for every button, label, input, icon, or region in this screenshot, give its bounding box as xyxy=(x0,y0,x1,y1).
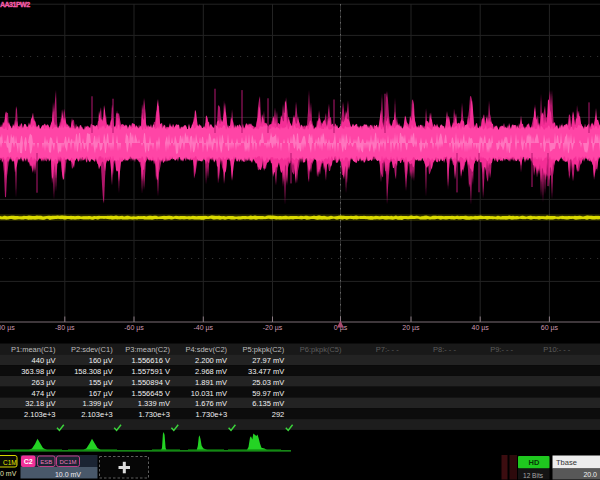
svg-text:Tbase: Tbase xyxy=(556,458,577,467)
svg-text:27.97 mV: 27.97 mV xyxy=(252,356,284,365)
svg-text:-40 µs: -40 µs xyxy=(193,324,213,332)
svg-text:1.399 µV: 1.399 µV xyxy=(83,399,113,408)
svg-text:P4:sdev(C2): P4:sdev(C2) xyxy=(185,345,227,354)
svg-text:1.676 mV: 1.676 mV xyxy=(195,399,227,408)
svg-text:P1:mean(C1): P1:mean(C1) xyxy=(11,345,56,354)
svg-text:DC1M: DC1M xyxy=(59,459,76,465)
svg-text:P8:- - -: P8:- - - xyxy=(433,345,456,354)
svg-text:1.891 mV: 1.891 mV xyxy=(195,378,227,387)
svg-text:1.339 mV: 1.339 mV xyxy=(138,399,170,408)
svg-text:59.97 mV: 59.97 mV xyxy=(252,389,284,398)
svg-text:25.03 mV: 25.03 mV xyxy=(252,378,284,387)
svg-text:474 µV: 474 µV xyxy=(32,389,56,398)
svg-text:P9:- - -: P9:- - - xyxy=(490,345,513,354)
svg-text:2.200 mV: 2.200 mV xyxy=(195,356,227,365)
svg-text:2.103e+3: 2.103e+3 xyxy=(81,410,113,419)
svg-text:1.730e+3: 1.730e+3 xyxy=(138,410,170,419)
svg-text:HD: HD xyxy=(529,458,540,467)
svg-text:32.18 µV: 32.18 µV xyxy=(25,399,55,408)
svg-text:292: 292 xyxy=(272,410,285,419)
svg-text:1.730e+3: 1.730e+3 xyxy=(196,410,228,419)
svg-text:-20 µs: -20 µs xyxy=(263,324,283,332)
svg-text:C2: C2 xyxy=(24,458,33,465)
svg-text:33.477 mV: 33.477 mV xyxy=(248,367,284,376)
svg-text:363.98 µV: 363.98 µV xyxy=(21,367,55,376)
svg-text:P5:pkpk(C2): P5:pkpk(C2) xyxy=(243,345,285,354)
svg-text:155 µV: 155 µV xyxy=(89,378,113,387)
svg-text:158.308 µV: 158.308 µV xyxy=(74,367,113,376)
svg-text:2.968 mV: 2.968 mV xyxy=(195,367,227,376)
svg-text:440 µV: 440 µV xyxy=(32,356,56,365)
svg-text:C1M: C1M xyxy=(3,459,17,466)
svg-text:-80 µs: -80 µs xyxy=(55,324,75,332)
svg-text:-60 µs: -60 µs xyxy=(124,324,144,332)
svg-text:167 µV: 167 µV xyxy=(89,389,113,398)
svg-text:1.556645 V: 1.556645 V xyxy=(132,389,170,398)
svg-text:AA31PW2: AA31PW2 xyxy=(0,1,30,8)
svg-text:40 µs: 40 µs xyxy=(472,324,490,332)
svg-text:20.0: 20.0 xyxy=(583,471,597,478)
svg-text:160 µV: 160 µV xyxy=(89,356,113,365)
svg-text:10.0 mV: 10.0 mV xyxy=(55,471,81,478)
svg-text:ESB: ESB xyxy=(40,459,52,465)
svg-text:60 µs: 60 µs xyxy=(541,324,559,332)
svg-text:1.556616 V: 1.556616 V xyxy=(132,356,170,365)
svg-text:263 µV: 263 µV xyxy=(32,378,56,387)
svg-text:12 Bits: 12 Bits xyxy=(523,472,544,479)
svg-text:P7:- - -: P7:- - - xyxy=(376,345,399,354)
svg-text:1.557591 V: 1.557591 V xyxy=(132,367,170,376)
svg-text:0 mV: 0 mV xyxy=(0,470,17,477)
svg-text:6.135 mV: 6.135 mV xyxy=(252,399,284,408)
svg-text:1.550894 V: 1.550894 V xyxy=(132,378,170,387)
svg-text:-100 µs: -100 µs xyxy=(0,324,15,332)
svg-text:P2:sdev(C1): P2:sdev(C1) xyxy=(71,345,113,354)
svg-text:20 µs: 20 µs xyxy=(402,324,420,332)
svg-text:P3:mean(C2): P3:mean(C2) xyxy=(125,345,170,354)
svg-text:2.103e+3: 2.103e+3 xyxy=(24,410,56,419)
svg-text:P6:pkpk(C5): P6:pkpk(C5) xyxy=(300,345,342,354)
svg-text:P10:- - -: P10:- - - xyxy=(543,345,571,354)
svg-text:10.031 mV: 10.031 mV xyxy=(191,389,227,398)
